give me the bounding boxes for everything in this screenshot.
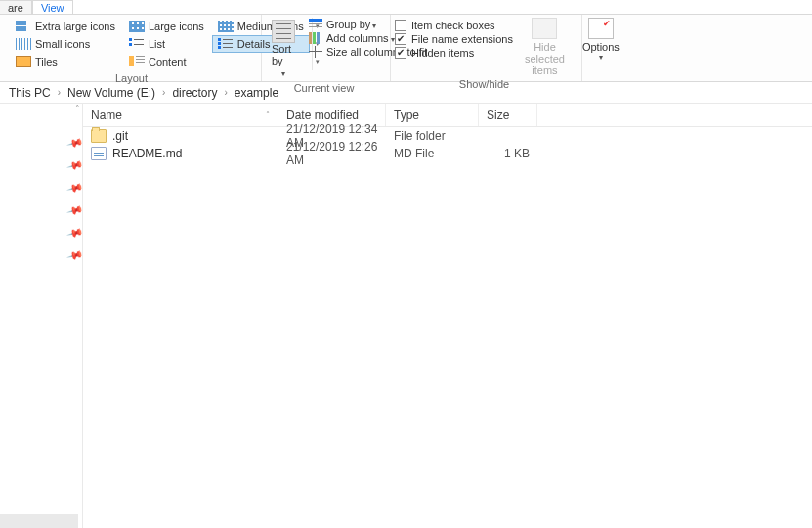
group-current-view: Sort by Group by Add columns Size all co… bbox=[262, 14, 391, 81]
sort-by-button[interactable]: Sort by bbox=[266, 18, 301, 80]
file-name-extensions-toggle[interactable]: ✔File name extensions bbox=[395, 33, 513, 45]
column-headers: Name˄ Date modified Type Size bbox=[83, 104, 812, 127]
pin-icon[interactable]: 📌 bbox=[66, 179, 85, 197]
chevron-down-icon bbox=[599, 53, 603, 62]
details-icon bbox=[218, 38, 234, 50]
file-icon bbox=[91, 147, 107, 160]
group-current-view-label: Current view bbox=[266, 80, 382, 94]
group-layout: Extra large icons Large icons Medium ico… bbox=[6, 14, 262, 81]
pin-icon[interactable]: 📌 bbox=[66, 156, 85, 174]
small-icons-icon bbox=[16, 38, 31, 50]
medium-icons-icon bbox=[218, 21, 234, 32]
list-icon bbox=[129, 38, 145, 50]
sort-indicator-icon: ˄ bbox=[266, 110, 270, 119]
checkbox-icon bbox=[395, 20, 406, 31]
main-area: ˄ 📌 📌 📌 📌 📌 📌 Name˄ Date modified Type S… bbox=[0, 104, 812, 528]
breadcrumb-example[interactable]: example bbox=[232, 86, 281, 100]
nav-scroll-up-icon[interactable]: ˄ bbox=[72, 104, 82, 113]
group-show-hide: Item check boxes ✔File name extensions ✔… bbox=[391, 14, 582, 81]
file-row[interactable]: .git21/12/2019 12:34 AMFile folder bbox=[83, 127, 812, 145]
extra-large-icons-icon bbox=[16, 21, 31, 32]
options-icon bbox=[588, 18, 614, 39]
hidden-items-toggle[interactable]: ✔Hidden items bbox=[395, 47, 513, 59]
content-icon bbox=[129, 56, 145, 67]
view-small-icons[interactable]: Small icons bbox=[10, 35, 121, 53]
navigation-pane: ˄ 📌 📌 📌 📌 📌 📌 bbox=[0, 104, 83, 528]
chevron-right-icon[interactable]: › bbox=[158, 87, 169, 98]
pin-icon[interactable]: 📌 bbox=[66, 201, 85, 219]
breadcrumb-directory[interactable]: directory bbox=[169, 86, 220, 100]
group-layout-label: Layout bbox=[10, 70, 253, 84]
sort-icon bbox=[272, 20, 295, 43]
file-date: 21/12/2019 12:26 AM bbox=[278, 140, 386, 167]
pin-icon[interactable]: 📌 bbox=[66, 134, 85, 152]
view-extra-large-icons[interactable]: Extra large icons bbox=[10, 18, 121, 35]
ribbon-tabs: are View bbox=[0, 0, 812, 14]
add-columns-icon bbox=[309, 32, 322, 44]
tiles-icon bbox=[16, 56, 31, 67]
chevron-right-icon[interactable]: › bbox=[220, 87, 231, 98]
column-type[interactable]: Type bbox=[386, 104, 479, 126]
nav-footer bbox=[0, 514, 78, 528]
large-icons-icon bbox=[129, 21, 145, 32]
breadcrumb-this-pc[interactable]: This PC bbox=[6, 86, 54, 100]
hide-selected-icon bbox=[532, 18, 557, 39]
file-name: README.md bbox=[112, 147, 182, 160]
tab-share[interactable]: are bbox=[0, 0, 32, 14]
tab-view[interactable]: View bbox=[32, 0, 73, 14]
file-type: File folder bbox=[386, 129, 479, 143]
chevron-down-icon bbox=[281, 66, 285, 78]
options-button[interactable]: Options bbox=[577, 18, 625, 62]
column-name[interactable]: Name˄ bbox=[83, 104, 278, 126]
file-row[interactable]: README.md21/12/2019 12:26 AMMD File1 KB bbox=[83, 145, 812, 162]
view-large-icons[interactable]: Large icons bbox=[123, 18, 210, 35]
breadcrumb-volume[interactable]: New Volume (E:) bbox=[64, 86, 158, 100]
folder-icon bbox=[91, 129, 107, 143]
view-list[interactable]: List bbox=[123, 35, 210, 53]
file-list: Name˄ Date modified Type Size .git21/12/… bbox=[83, 104, 812, 528]
hide-selected-button[interactable]: Hide selected items bbox=[519, 18, 571, 76]
file-size: 1 KB bbox=[479, 147, 537, 160]
group-by-icon bbox=[309, 19, 322, 30]
view-content[interactable]: Content bbox=[123, 53, 210, 70]
column-size[interactable]: Size bbox=[479, 104, 537, 126]
chevron-right-icon[interactable]: › bbox=[54, 87, 64, 98]
pin-icon[interactable]: 📌 bbox=[66, 224, 85, 242]
group-show-hide-label: Show/hide bbox=[395, 76, 574, 90]
pin-icon[interactable]: 📌 bbox=[66, 246, 85, 264]
checkbox-checked-icon: ✔ bbox=[395, 47, 406, 59]
checkbox-checked-icon: ✔ bbox=[395, 33, 406, 45]
item-check-boxes-toggle[interactable]: Item check boxes bbox=[395, 20, 513, 31]
file-name: .git bbox=[112, 129, 128, 143]
view-tiles[interactable]: Tiles bbox=[10, 53, 121, 70]
size-fit-icon bbox=[309, 46, 322, 58]
ribbon: Extra large icons Large icons Medium ico… bbox=[0, 14, 812, 82]
file-type: MD File bbox=[386, 147, 479, 160]
